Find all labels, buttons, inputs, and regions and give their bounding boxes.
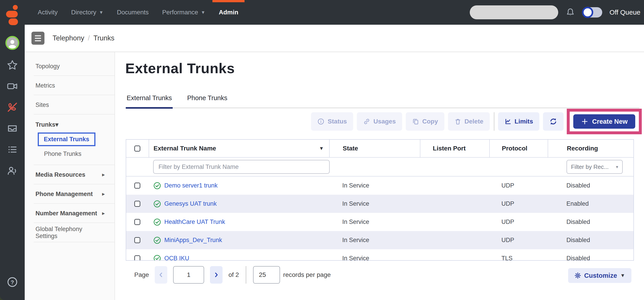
sidebar-item-phone-management[interactable]: Phone Management ▸ bbox=[25, 184, 114, 204]
main-content: External Trunks External Trunks Phone Tr… bbox=[115, 52, 644, 300]
chevron-right-icon: ▸ bbox=[102, 172, 105, 178]
list-icon bbox=[7, 144, 18, 155]
chevron-down-icon: ▾ bbox=[56, 121, 58, 128]
records-per-page-label: records per page bbox=[283, 271, 331, 278]
annotation-highlight-box: Create New bbox=[567, 109, 642, 134]
status-ok-icon bbox=[153, 218, 161, 226]
avatar-person-icon bbox=[7, 38, 18, 48]
recording-filter-select[interactable]: Filter by Rec... ▾ bbox=[566, 160, 623, 174]
column-header-listen-port[interactable]: Listen Port bbox=[420, 140, 489, 157]
inbox-button[interactable] bbox=[6, 122, 18, 134]
user-avatar-presence[interactable] bbox=[6, 36, 19, 50]
sidebar-group-trunks: Trunks ▾ External Trunks Phone Trunks bbox=[25, 114, 114, 165]
sidebar-item-sites[interactable]: Sites bbox=[25, 95, 114, 114]
agent-button[interactable] bbox=[6, 165, 18, 176]
menu-hamburger-button[interactable] bbox=[32, 32, 44, 45]
select-all-checkbox[interactable] bbox=[134, 146, 140, 152]
sidebar-item-metrics[interactable]: Metrics bbox=[25, 76, 114, 95]
breadcrumb-bar: Telephony / Trunks bbox=[25, 25, 644, 52]
trunk-name-link[interactable]: HealthCare UAT Trunk bbox=[164, 218, 225, 226]
trunk-name-link[interactable]: Genesys UAT trunk bbox=[164, 200, 217, 207]
link-icon bbox=[363, 118, 370, 125]
global-search-box[interactable] bbox=[470, 6, 558, 19]
column-header-recording[interactable]: Recording bbox=[548, 140, 634, 157]
name-filter-input[interactable] bbox=[153, 160, 330, 174]
next-page-button[interactable] bbox=[210, 266, 222, 284]
status-ok-icon bbox=[153, 236, 161, 244]
limits-button[interactable]: Limits bbox=[498, 112, 539, 131]
delete-button[interactable]: Delete bbox=[448, 112, 490, 131]
chevron-down-icon: ▼ bbox=[620, 272, 625, 278]
status-button[interactable]: Status bbox=[311, 112, 353, 131]
status-ok-icon bbox=[153, 200, 161, 208]
sidebar-item-global-telephony-settings[interactable]: Global Telephony Settings bbox=[25, 223, 114, 242]
sidebar-item-media-resources[interactable]: Media Resources ▸ bbox=[25, 165, 114, 184]
sidebar-item-phone-trunks[interactable]: Phone Trunks bbox=[25, 148, 114, 160]
page-number-input[interactable] bbox=[173, 266, 204, 284]
table-row: MiniApps_Dev_Trunk In Service UDP Disabl… bbox=[126, 231, 634, 249]
agent-person-icon bbox=[6, 165, 18, 176]
previous-page-button[interactable] bbox=[155, 266, 167, 284]
chevron-right-icon: ▸ bbox=[102, 210, 105, 216]
row-checkbox[interactable] bbox=[134, 182, 140, 188]
page-label: Page bbox=[134, 271, 149, 278]
page-title: External Trunks bbox=[125, 60, 235, 76]
row-checkbox[interactable] bbox=[134, 219, 140, 225]
chevron-right-icon: ▸ bbox=[102, 191, 105, 197]
copy-button[interactable]: Copy bbox=[406, 112, 444, 131]
pagination-controls: Page of 2 records per page bbox=[134, 266, 331, 284]
interactions-list-button[interactable] bbox=[6, 144, 18, 156]
row-checkbox[interactable] bbox=[134, 255, 140, 261]
sidebar-item-number-management[interactable]: Number Management ▸ bbox=[25, 204, 114, 223]
status-ok-icon bbox=[153, 254, 161, 261]
row-checkbox[interactable] bbox=[134, 237, 140, 243]
video-button[interactable] bbox=[6, 80, 18, 92]
sidebar-item-trunks[interactable]: Trunks ▾ bbox=[25, 118, 114, 131]
favorites-button[interactable] bbox=[6, 59, 18, 71]
queue-status-toggle[interactable] bbox=[582, 7, 602, 18]
row-checkbox[interactable] bbox=[134, 201, 140, 207]
sidebar-item-topology[interactable]: Topology bbox=[25, 56, 114, 76]
trunk-name-link[interactable]: Demo server1 trunk bbox=[164, 182, 218, 189]
trunk-name-link[interactable]: OCB IKU bbox=[164, 255, 189, 261]
refresh-icon bbox=[549, 117, 558, 126]
breadcrumb-page: Trunks bbox=[94, 34, 114, 42]
tab-external-trunks[interactable]: External Trunks bbox=[126, 88, 173, 109]
page-size-input[interactable] bbox=[253, 266, 280, 284]
table-row: Genesys UAT trunk In Service UDP Enabled bbox=[126, 195, 634, 213]
queue-status-label: Off Queue bbox=[610, 8, 640, 16]
copy-icon bbox=[412, 118, 419, 125]
nav-item-activity[interactable]: Activity bbox=[31, 0, 64, 25]
trunks-toolbar: Status Usages Copy Delete bbox=[308, 109, 642, 134]
breadcrumb-section[interactable]: Telephony bbox=[52, 34, 84, 42]
nav-item-documents[interactable]: Documents bbox=[110, 0, 156, 25]
pagination-divider bbox=[246, 266, 246, 284]
column-header-protocol[interactable]: Protocol bbox=[489, 140, 548, 157]
phone-disabled-button[interactable] bbox=[6, 102, 18, 113]
usages-button[interactable]: Usages bbox=[357, 112, 402, 131]
sort-desc-icon[interactable]: ▼ bbox=[319, 146, 324, 151]
table-row: HealthCare UAT Trunk In Service UDP Disa… bbox=[126, 213, 634, 231]
sidebar-item-external-trunks[interactable]: External Trunks bbox=[38, 132, 96, 146]
chevron-down-icon: ▼ bbox=[201, 10, 205, 15]
gear-icon bbox=[574, 272, 581, 279]
customize-button[interactable]: Customize ▼ bbox=[568, 268, 632, 283]
global-search-input[interactable] bbox=[470, 6, 554, 19]
trash-icon bbox=[454, 118, 462, 125]
trunk-name-link[interactable]: MiniApps_Dev_Trunk bbox=[164, 237, 222, 244]
notifications-bell-button[interactable] bbox=[566, 8, 575, 17]
svg-text:?: ? bbox=[11, 279, 14, 286]
help-icon: ? bbox=[6, 276, 18, 288]
column-header-state[interactable]: State bbox=[329, 140, 420, 157]
breadcrumb-separator: / bbox=[88, 34, 90, 42]
refresh-button[interactable] bbox=[543, 112, 564, 131]
column-header-name[interactable]: External Trunk Name ▼ bbox=[149, 140, 329, 157]
nav-item-performance[interactable]: Performance ▼ bbox=[156, 0, 212, 25]
phone-slash-icon bbox=[6, 101, 18, 114]
help-button[interactable]: ? bbox=[6, 276, 18, 288]
nav-item-admin[interactable]: Admin bbox=[212, 0, 245, 25]
nav-item-directory[interactable]: Directory ▼ bbox=[64, 0, 110, 25]
breadcrumb: Telephony / Trunks bbox=[52, 34, 114, 42]
tab-phone-trunks[interactable]: Phone Trunks bbox=[186, 88, 228, 109]
create-new-button[interactable]: Create New bbox=[573, 114, 635, 129]
